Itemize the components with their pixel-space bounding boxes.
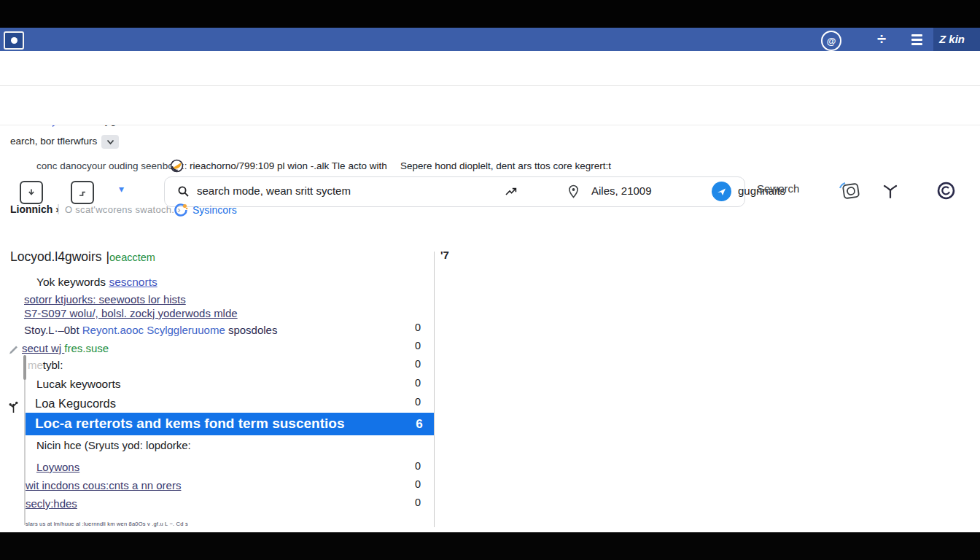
list-item[interactable]: metybl: 0	[0, 359, 435, 375]
list-item[interactable]: Lucak keywoorts 0	[0, 378, 435, 394]
search-button[interactable]: Seworch	[757, 182, 799, 195]
list-item-count: 6	[413, 417, 426, 432]
divide-icon[interactable]: ÷	[872, 31, 891, 48]
notice-secondary: Sepere hond dioplelt, dent ars ttos core…	[400, 160, 611, 171]
list-item-text: Lucak keywoorts	[36, 378, 120, 391]
notice-badge-icon	[170, 159, 184, 173]
at-icon[interactable]: @	[821, 31, 841, 51]
list-item[interactable]: Nicin hce (Sryuts yod: lopdorke:	[0, 439, 435, 455]
list-item-link[interactable]: secut wj	[22, 342, 64, 354]
target-circle-icon[interactable]	[936, 181, 956, 201]
list-item-link[interactable]: S7-S097 wolu/, bolsl. zockj yoderwods ml…	[24, 307, 238, 319]
filter-dropdown-button[interactable]	[101, 135, 119, 149]
collapse-button[interactable]	[20, 181, 43, 204]
camera-icon[interactable]	[837, 179, 862, 201]
trending-arrow-icon	[505, 186, 518, 198]
list-item-link[interactable]: sotorr ktjuorks: seewoots lor hists	[24, 293, 186, 306]
panel-title: Locyod.l4gwoirs|oeacctem	[10, 249, 155, 265]
breadcrumb-item-1[interactable]: Lionnich ›	[10, 203, 59, 215]
list-item-link[interactable]: wit incdons cous:cnts a nn orers	[26, 479, 181, 491]
list-item[interactable]: secly:hdes 0	[0, 497, 435, 513]
footnote-text: slars us at lm/huue al :luernndli km wen…	[26, 521, 188, 527]
list-item-text: Nicin hce (Sryuts yod: lopdorke:	[36, 439, 191, 451]
filter-label: earch, bor tflerwfurs	[10, 136, 97, 147]
list-item-text: fres.suse	[64, 342, 109, 354]
chart-button[interactable]	[71, 181, 94, 204]
list-item-link[interactable]: Reyont.aooc Scylggleruuome	[82, 324, 225, 336]
breadcrumb-item-2[interactable]: O scat'wcorens swatoch. ›	[65, 204, 181, 215]
list-item-text: tybl:	[43, 359, 63, 371]
search-input-value[interactable]: search mode, wean sritt syctem	[197, 184, 351, 197]
search-box[interactable]: search mode, wean sritt syctem Ailes, 21…	[164, 176, 745, 207]
list-item[interactable]: secut wj fres.suse 0	[0, 342, 435, 358]
breadcrumb-separator: |	[57, 202, 60, 214]
list-item-text: Stoy.L·–0bt	[24, 324, 82, 336]
list-item-count: 0	[411, 358, 424, 370]
list-item-count: 0	[411, 340, 424, 351]
list-item-text: Loc-a rerterots and kems fond term susce…	[35, 416, 344, 432]
list-item-link[interactable]: Loywons	[36, 461, 79, 473]
panel-title-text: Locyod.l4gwoirs	[10, 249, 101, 264]
list-item-count: 0	[411, 478, 424, 490]
list-item-text: Yok keywords	[36, 276, 109, 288]
breadcrumb-item-3[interactable]: Sysincors	[192, 204, 237, 216]
search-icon	[177, 185, 190, 198]
notice-link[interactable]: rieachorno/799:109 pl wion -.alk Tle act…	[190, 160, 387, 171]
app-window: @ ÷ Z kin Fan keygoontion	[0, 0, 980, 560]
chevron-down-icon	[26, 187, 36, 198]
branch-tool-icon[interactable]	[881, 181, 900, 200]
list-item[interactable]: S7-S097 wolu/, bolsl. zockj yoderwods ml…	[0, 307, 435, 323]
letterbox-top	[0, 0, 980, 28]
list-item-count: 0	[411, 396, 424, 408]
list-item-count: 0	[411, 322, 424, 333]
list-item-text: me	[28, 359, 43, 371]
notice-prefix: conc danocyour ouding seenboht::	[36, 160, 187, 171]
toolbar: ▾ search mode, wean sritt syctem Ailes, …	[0, 86, 980, 125]
account-icon[interactable]	[712, 182, 731, 201]
letterbox-bottom	[0, 532, 980, 560]
location-value[interactable]: Ailes, 21009	[591, 184, 652, 197]
panel-subtitle: oeacctem	[109, 252, 155, 263]
window-label: Z kin	[939, 33, 965, 45]
list-item[interactable]: Stoy.L·–0bt Reyont.aooc Scylggleruuome s…	[0, 324, 435, 340]
dropdown-caret-icon[interactable]: ▾	[119, 183, 124, 195]
side-note: '7	[440, 249, 449, 261]
list-item[interactable]: wit incdons cous:cnts a nn orers 0	[0, 479, 435, 495]
chart-corner-icon	[77, 187, 88, 198]
list-item-count: 0	[411, 460, 424, 472]
list-item[interactable]: Loywons 0	[0, 461, 435, 477]
location-pin-icon	[567, 184, 580, 199]
list-item[interactable]: Yok keywords sescnorts	[0, 276, 435, 292]
list-item-link[interactable]: secly:hdes	[26, 497, 77, 510]
list-item-link[interactable]: sescnorts	[109, 276, 157, 288]
list-item[interactable]: Loa Kegucords 0	[0, 397, 435, 413]
header: Fan keygoontion	[0, 51, 980, 86]
window-tab-icon[interactable]	[4, 31, 24, 50]
menu-icon[interactable]	[910, 31, 923, 48]
sysincors-icon	[173, 202, 189, 218]
list-item-text: Loa Kegucords	[35, 397, 116, 411]
list-item-count: 0	[411, 497, 424, 508]
list-item-text: sposdoles	[225, 324, 278, 336]
list-item-count: 0	[411, 377, 424, 389]
list-item-selected[interactable]: Loc-a rerterots and kems fond term susce…	[26, 413, 434, 435]
chevron-down-icon	[106, 139, 114, 145]
titlebar: @ ÷ Z kin	[0, 28, 980, 51]
